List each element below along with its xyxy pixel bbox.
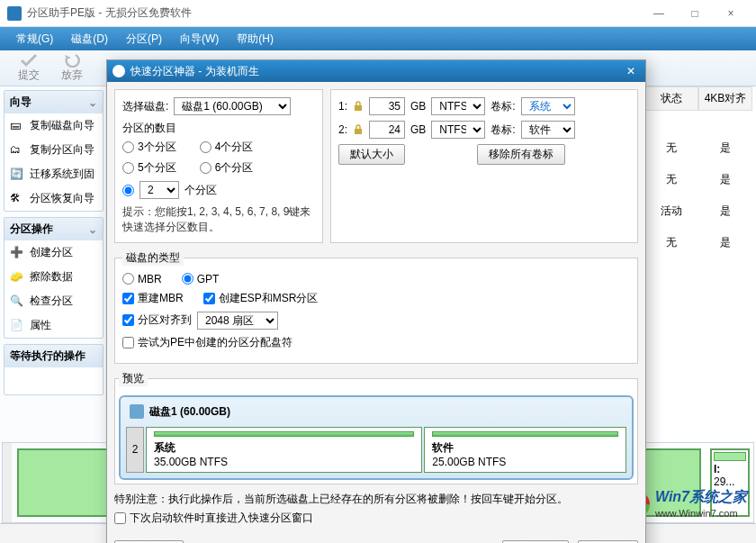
- lock-icon: [353, 101, 364, 112]
- check-pe-drive[interactable]: 尝试为PE中创建的分区分配盘符: [122, 335, 292, 350]
- preview-fieldset: 预览 磁盘1 (60.00GB) 2 系统 35.00GB NTFS 软件 25…: [114, 371, 638, 484]
- menu-help[interactable]: 帮助(H): [228, 32, 283, 47]
- vol-select-1[interactable]: 系统: [521, 97, 575, 115]
- size-input-2[interactable]: [369, 121, 405, 139]
- custom-count-select[interactable]: 2: [140, 181, 179, 199]
- radio-6[interactable]: 6个分区: [200, 160, 254, 176]
- props-icon: 📄: [10, 319, 24, 333]
- ops-panel-header[interactable]: 分区操作⌄: [4, 218, 103, 240]
- dialog-close-button[interactable]: ✕: [622, 65, 640, 77]
- warning-text: 特别注意：执行此操作后，当前所选磁盘上已经存在的所有分区将被删除！按回车键开始分…: [114, 492, 638, 507]
- preview-legend: 预览: [119, 371, 148, 386]
- sidebar-item-migrate-os[interactable]: 🔄迁移系统到固: [4, 162, 103, 186]
- preview-disk-label: 磁盘1 (60.00GB): [149, 404, 230, 420]
- migrate-icon: 🔄: [10, 167, 24, 182]
- maximize-button[interactable]: □: [677, 1, 713, 26]
- pending-panel: 等待执行的操作: [4, 344, 104, 395]
- quick-partition-dialog: 快速分区神器 - 为装机而生 ✕ 选择磁盘: 磁盘1 (60.00GB) 分区的…: [106, 59, 646, 543]
- disk-type-fieldset: 磁盘的类型 MBR GPT 重建MBR 创建ESP和MSR分区 分区对齐到 20…: [114, 250, 638, 364]
- dialog-title: 快速分区神器 - 为装机而生: [130, 65, 259, 77]
- abandon-label: 放弃: [61, 68, 83, 83]
- dialog-icon: [112, 65, 125, 77]
- sidebar-item-recover[interactable]: 🛠分区恢复向导: [4, 186, 103, 211]
- sidebar-item-create[interactable]: ➕创建分区: [4, 240, 103, 265]
- radio-5[interactable]: 5个分区: [122, 160, 176, 176]
- svg-rect-0: [355, 105, 362, 111]
- wizard-panel: 向导⌄ 🖴复制磁盘向导 🗂复制分区向导 🔄迁移系统到固 🛠分区恢复向导: [4, 90, 104, 212]
- watermark-brand: Win7系统之家: [655, 489, 747, 504]
- right-values: 无是 无是 活动是 无是: [644, 140, 752, 267]
- lock-icon: [353, 124, 364, 135]
- default-size-button[interactable]: 默认大小: [338, 144, 405, 165]
- right-rows-box: 1: GB NTFS 卷标: 系统 2: GB NTFS 卷标: 软件: [330, 89, 638, 243]
- window-title: 分区助手PE版 - 无损分区免费软件: [27, 5, 641, 21]
- col-4kb[interactable]: 4KB对齐: [698, 86, 752, 111]
- menu-disk[interactable]: 磁盘(D): [62, 32, 117, 47]
- disk-map-handle[interactable]: [3, 443, 12, 522]
- preview-count: 2: [126, 427, 144, 473]
- wizard-panel-header[interactable]: 向导⌄: [4, 91, 103, 113]
- abandon-button[interactable]: 放弃: [50, 53, 94, 83]
- copy-partition-icon: 🗂: [10, 143, 24, 158]
- check-icon: [20, 53, 38, 68]
- check-rebuild-mbr[interactable]: 重建MBR: [122, 291, 184, 306]
- preset-button[interactable]: 预设置 ︽: [114, 540, 184, 543]
- menu-wizard[interactable]: 向导(W): [171, 32, 228, 47]
- cancel-button[interactable]: 取消(C): [578, 540, 638, 543]
- check-create-esp[interactable]: 创建ESP和MSR分区: [203, 291, 319, 306]
- minimize-button[interactable]: —: [641, 1, 677, 26]
- fs-select-1[interactable]: NTFS: [431, 97, 485, 115]
- check-next-time[interactable]: 下次启动软件时直接进入快速分区窗口: [114, 511, 638, 526]
- count-label: 分区的数目: [122, 121, 315, 136]
- copy-disk-icon: 🖴: [10, 119, 24, 133]
- size-input-1[interactable]: [369, 97, 405, 115]
- disk-select[interactable]: 磁盘1 (60.00GB): [174, 97, 291, 115]
- vol-select-2[interactable]: 软件: [521, 121, 575, 139]
- titlebar: 分区助手PE版 - 无损分区免费软件 — □ ×: [0, 0, 756, 27]
- radio-4[interactable]: 4个分区: [200, 140, 254, 155]
- radio-custom[interactable]: [122, 185, 134, 196]
- right-columns: 状态 4KB对齐: [644, 86, 752, 111]
- sidebar-item-check[interactable]: 🔍检查分区: [4, 289, 103, 313]
- close-button[interactable]: ×: [713, 1, 749, 26]
- check-partition-icon: 🔍: [10, 294, 24, 309]
- app-icon: [7, 6, 22, 21]
- sidebar-item-wipe[interactable]: 🧽擦除数据: [4, 265, 103, 289]
- radio-mbr[interactable]: MBR: [122, 273, 162, 285]
- cell: 是: [698, 172, 752, 187]
- submit-label: 提交: [18, 68, 40, 83]
- select-disk-label: 选择磁盘:: [122, 99, 168, 114]
- fs-select-2[interactable]: NTFS: [431, 121, 485, 139]
- remove-labels-button[interactable]: 移除所有卷标: [477, 144, 565, 165]
- disk-type-legend: 磁盘的类型: [122, 250, 184, 266]
- cell: 是: [698, 235, 752, 250]
- partition-row-1: 1: GB NTFS 卷标: 系统: [338, 97, 630, 115]
- menu-general[interactable]: 常规(G): [7, 32, 62, 47]
- menubar: 常规(G) 磁盘(D) 分区(P) 向导(W) 帮助(H): [0, 27, 756, 50]
- sidebar-item-props[interactable]: 📄属性: [4, 313, 103, 338]
- sidebar-item-copy-disk[interactable]: 🖴复制磁盘向导: [4, 113, 103, 138]
- radio-3[interactable]: 3个分区: [122, 140, 176, 155]
- dialog-titlebar[interactable]: 快速分区神器 - 为装机而生 ✕: [107, 60, 645, 82]
- submit-button[interactable]: 提交: [7, 53, 50, 83]
- create-icon: ➕: [10, 246, 24, 260]
- preview-part-2[interactable]: 软件 25.00GB NTFS: [424, 427, 626, 473]
- cell: 无: [644, 235, 698, 250]
- check-align[interactable]: 分区对齐到: [122, 312, 192, 328]
- cell: 活动: [644, 204, 698, 219]
- cell: 是: [698, 204, 752, 219]
- sidebar-item-copy-partition[interactable]: 🗂复制分区向导: [4, 138, 103, 162]
- disk-icon: [130, 404, 144, 419]
- partition-row-2: 2: GB NTFS 卷标: 软件: [338, 121, 630, 139]
- custom-suffix: 个分区: [184, 183, 217, 198]
- preview-part-1[interactable]: 系统 35.00GB NTFS: [146, 427, 422, 473]
- chevron-icon: ⌄: [88, 223, 97, 236]
- menu-partition[interactable]: 分区(P): [117, 32, 171, 47]
- radio-gpt[interactable]: GPT: [182, 273, 220, 285]
- start-button[interactable]: 开始执行: [502, 540, 569, 543]
- hint-text: 提示：您能按1, 2, 3, 4, 5, 6, 7, 8, 9键来快速选择分区数…: [122, 204, 315, 235]
- cell: 是: [698, 140, 752, 156]
- align-select[interactable]: 2048 扇区: [197, 312, 278, 330]
- col-status[interactable]: 状态: [644, 86, 698, 111]
- pending-panel-header[interactable]: 等待执行的操作: [4, 345, 103, 367]
